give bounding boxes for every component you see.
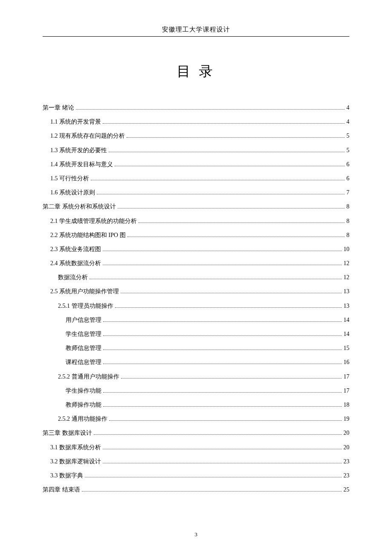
toc-entry[interactable]: 2.5 系统用户功能操作管理 13 <box>43 286 349 297</box>
toc-leader-dots <box>85 473 342 477</box>
toc-entry-label: 2.3 系统业务流程图 <box>50 244 101 254</box>
toc-entry-label: 2.2 系统功能结构图和 IPO 图 <box>50 230 126 240</box>
toc-entry[interactable]: 1.1 系统的开发背景 4 <box>43 116 349 127</box>
toc-leader-dots <box>103 445 342 449</box>
toc-leader-dots <box>115 304 342 308</box>
toc-entry[interactable]: 1.5 可行性分析 6 <box>43 173 349 184</box>
toc-entry-page: 23 <box>343 470 349 481</box>
toc-entry-label: 1.4 系统开发目标与意义 <box>50 159 113 170</box>
toc-leader-dots <box>89 275 342 279</box>
toc-entry-label: 教师操作功能 <box>66 399 101 410</box>
toc-entry-page: 20 <box>343 442 349 453</box>
toc-entry[interactable]: 第四章 结束语 25 <box>43 484 349 495</box>
toc-entry-page: 20 <box>343 428 349 438</box>
toc-entry-label: 学生操作功能 <box>66 385 101 396</box>
toc-entry-label: 3.1 数据库系统分析 <box>50 442 101 453</box>
toc-leader-dots <box>103 261 342 265</box>
toc-entry[interactable]: 2.4 系统数据流分析 12 <box>43 258 349 269</box>
toc-leader-dots <box>121 374 342 379</box>
toc-leader-dots <box>103 247 342 251</box>
toc-leader-dots <box>103 360 342 364</box>
toc-entry-page: 17 <box>343 385 349 396</box>
toc-entry-label: 数据流分析 <box>58 272 88 283</box>
toc-leader-dots <box>97 190 345 194</box>
toc-leader-dots <box>115 162 345 166</box>
toc-leader-dots <box>109 148 345 152</box>
toc-entry[interactable]: 学生信息管理 14 <box>43 329 349 339</box>
toc-leader-dots <box>138 219 345 223</box>
toc-entry[interactable]: 第三章 数据库设计 20 <box>43 428 349 438</box>
toc-leader-dots <box>94 431 342 435</box>
toc-entry-page: 16 <box>343 357 349 367</box>
toc-leader-dots <box>103 459 342 463</box>
toc-entry[interactable]: 1.4 系统开发目标与意义 6 <box>43 159 349 170</box>
toc-entry-page: 12 <box>343 258 349 269</box>
toc-entry-page: 10 <box>343 244 349 254</box>
toc-entry-page: 6 <box>346 173 349 184</box>
toc-entry-label: 2.5.2 通用功能操作 <box>58 413 107 424</box>
toc-entry-page: 17 <box>343 371 349 382</box>
toc-leader-dots <box>103 318 342 322</box>
toc-entry[interactable]: 1.2 现有系统存在问题的分析 5 <box>43 130 349 141</box>
toc-entry[interactable]: 用户信息管理 14 <box>43 315 349 325</box>
toc-title: 目 录 <box>43 62 349 81</box>
toc-entry[interactable]: 2.5.1 管理员功能操作 13 <box>43 301 349 311</box>
toc-entry[interactable]: 第一章 绪论 4 <box>43 102 349 113</box>
toc-entry[interactable]: 教师操作功能 18 <box>43 399 349 410</box>
toc-entry-label: 2.5 系统用户功能操作管理 <box>50 286 119 297</box>
toc-entry-label: 教师信息管理 <box>66 343 101 353</box>
toc-entry-label: 1.3 系统开发的必要性 <box>50 145 107 156</box>
toc-entry[interactable]: 2.3 系统业务流程图 10 <box>43 244 349 254</box>
toc-entry[interactable]: 1.3 系统开发的必要性 5 <box>43 145 349 156</box>
toc-entry-page: 13 <box>343 301 349 311</box>
toc-entry-page: 15 <box>343 343 349 353</box>
toc-entry[interactable]: 2.2 系统功能结构图和 IPO 图 8 <box>43 230 349 240</box>
toc-entry-page: 4 <box>346 116 349 127</box>
toc-entry[interactable]: 第二章 系统分析和系统设计 8 <box>43 201 349 212</box>
toc-entry[interactable]: 数据流分析 12 <box>43 272 349 283</box>
toc-entry-label: 第一章 绪论 <box>43 102 74 113</box>
toc-leader-dots <box>82 487 342 491</box>
toc-entry-page: 19 <box>343 413 349 424</box>
toc-entry[interactable]: 学生操作功能 17 <box>43 385 349 396</box>
toc-entry-page: 4 <box>346 102 349 113</box>
toc-entry-page: 13 <box>343 286 349 297</box>
toc-entry[interactable]: 3.1 数据库系统分析 20 <box>43 442 349 453</box>
page-header: 安徽理工大学课程设计 <box>43 26 349 37</box>
toc-entry-label: 3.3 数据字典 <box>50 470 83 481</box>
toc-leader-dots <box>91 176 345 180</box>
toc-entry[interactable]: 2.5.2 通用功能操作 19 <box>43 413 349 424</box>
toc-entry-page: 7 <box>346 187 349 198</box>
toc-entry-page: 5 <box>346 130 349 141</box>
table-of-contents: 第一章 绪论 41.1 系统的开发背景 41.2 现有系统存在问题的分析 51.… <box>43 102 349 495</box>
toc-leader-dots <box>127 134 345 138</box>
page-number: 3 <box>0 531 392 538</box>
toc-entry-page: 18 <box>343 399 349 410</box>
toc-entry-label: 2.1 学生成绩管理系统的功能分析 <box>50 216 137 226</box>
toc-entry[interactable]: 课程信息管理 16 <box>43 357 349 367</box>
toc-entry[interactable]: 2.5.2 普通用户功能操作 17 <box>43 371 349 382</box>
toc-entry[interactable]: 1.6 系统设计原则 7 <box>43 187 349 198</box>
toc-entry[interactable]: 3.2 数据库逻辑设计 23 <box>43 456 349 467</box>
toc-entry[interactable]: 3.3 数据字典 23 <box>43 470 349 481</box>
toc-entry[interactable]: 教师信息管理 15 <box>43 343 349 353</box>
toc-entry-label: 1.2 现有系统存在问题的分析 <box>50 130 125 141</box>
toc-entry[interactable]: 2.1 学生成绩管理系统的功能分析 8 <box>43 216 349 226</box>
toc-entry-page: 5 <box>346 145 349 156</box>
toc-leader-dots <box>103 332 342 336</box>
toc-entry-page: 8 <box>346 216 349 226</box>
toc-entry-label: 1.6 系统设计原则 <box>50 187 95 198</box>
toc-leader-dots <box>127 233 345 237</box>
toc-entry-page: 6 <box>346 159 349 170</box>
toc-entry-label: 1.1 系统的开发背景 <box>50 116 101 127</box>
toc-entry-label: 2.5.2 普通用户功能操作 <box>58 371 119 382</box>
toc-entry-page: 8 <box>346 201 349 212</box>
toc-entry-label: 2.4 系统数据流分析 <box>50 258 101 269</box>
document-page: 安徽理工大学课程设计 目 录 第一章 绪论 41.1 系统的开发背景 41.2 … <box>0 0 392 515</box>
toc-leader-dots <box>121 289 342 294</box>
toc-leader-dots <box>103 346 342 350</box>
toc-entry-label: 课程信息管理 <box>66 357 101 367</box>
toc-entry-label: 3.2 数据库逻辑设计 <box>50 456 101 467</box>
toc-entry-label: 用户信息管理 <box>66 315 101 325</box>
toc-entry-page: 8 <box>346 230 349 240</box>
